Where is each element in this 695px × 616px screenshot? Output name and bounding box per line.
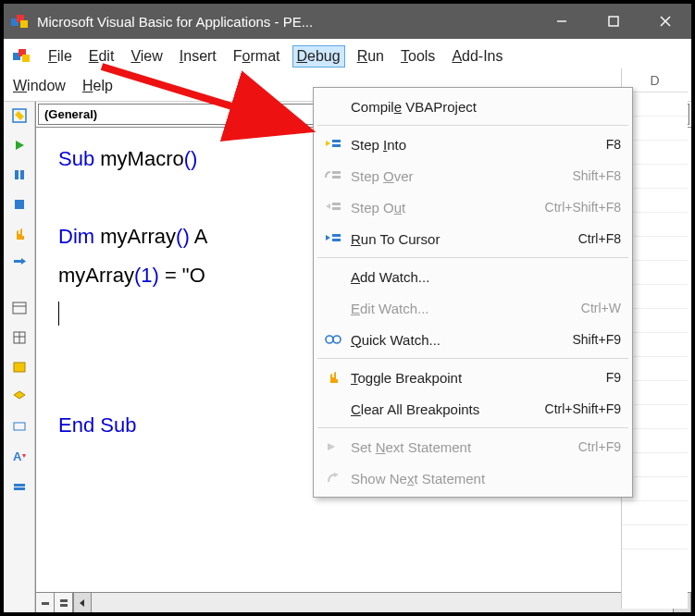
menu-show-next-statement: Show Next Statement: [314, 462, 632, 494]
stop-icon[interactable]: [9, 194, 30, 215]
bookmark-icon[interactable]: [9, 475, 30, 496]
menu-item-label: Toggle Breakpoint: [345, 370, 606, 386]
svg-rect-2: [20, 20, 28, 28]
project-explorer-icon[interactable]: [9, 298, 30, 318]
svg-rect-31: [60, 604, 68, 607]
menu-item-label: Run To Cursor: [345, 231, 578, 247]
shortcut: Shift+F8: [572, 168, 621, 183]
code-paren: (): [176, 225, 190, 248]
font-icon[interactable]: A: [9, 446, 30, 466]
horizontal-scrollbar[interactable]: [36, 592, 691, 612]
menu-window[interactable]: Window: [9, 76, 69, 96]
svg-marker-41: [326, 203, 330, 209]
svg-rect-37: [332, 171, 341, 174]
menu-step-into[interactable]: Step Into F8: [314, 129, 632, 160]
menu-insert[interactable]: Insert: [176, 46, 220, 67]
design-mode-icon[interactable]: [9, 105, 30, 126]
chevron-down-icon[interactable]: [672, 105, 689, 124]
code-text: myArray: [58, 264, 134, 287]
menu-step-out: Step Out Ctrl+Shift+F8: [314, 191, 632, 223]
full-module-view-icon[interactable]: [55, 593, 73, 612]
code-text: myArray: [94, 225, 176, 248]
menu-item-label: Compile VBAProject: [345, 99, 621, 115]
menu-addins[interactable]: Add-Ins: [448, 46, 506, 67]
menu-item-label: Step Into: [345, 137, 606, 153]
menu-item-label: Set Next Statement: [345, 439, 578, 455]
menu-run-to-cursor[interactable]: Run To Cursor Ctrl+F8: [314, 223, 632, 254]
menu-debug[interactable]: Debug: [293, 46, 344, 67]
window-title: Microsoft Visual Basic for Applications …: [37, 14, 536, 30]
shortcut: Shift+F9: [572, 332, 621, 347]
svg-marker-36: [326, 141, 330, 146]
menu-clear-breakpoints[interactable]: Clear All Breakpoints Ctrl+Shift+F9: [314, 393, 632, 425]
excel-icon[interactable]: [9, 45, 35, 68]
menu-file[interactable]: File: [44, 46, 76, 67]
menu-tools[interactable]: Tools: [397, 46, 439, 67]
shortcut: Ctrl+F8: [578, 231, 621, 246]
svg-rect-14: [15, 200, 24, 209]
svg-marker-28: [677, 113, 685, 117]
run-to-cursor-icon: [321, 231, 345, 246]
left-toolbar: A: [4, 102, 35, 612]
menu-add-watch[interactable]: Add Watch...: [314, 261, 632, 292]
scroll-left-icon[interactable]: [73, 593, 92, 612]
show-next-icon: [321, 472, 345, 485]
menu-item-label: Quick Watch...: [345, 332, 572, 348]
close-button[interactable]: [639, 4, 691, 39]
svg-point-45: [326, 336, 333, 343]
glasses-icon: [321, 334, 345, 345]
svg-rect-17: [13, 302, 26, 314]
text-caret: [58, 302, 59, 326]
menu-toggle-breakpoint[interactable]: Toggle Breakpoint F9: [314, 362, 632, 393]
object-browser-icon[interactable]: [9, 357, 30, 377]
svg-point-46: [333, 336, 341, 343]
toolbox-icon[interactable]: [9, 387, 30, 407]
menu-compile[interactable]: Compile VBAProject: [314, 91, 632, 122]
watch-icon[interactable]: [9, 416, 30, 437]
menu-quick-watch[interactable]: Quick Watch... Shift+F9: [314, 324, 632, 355]
maximize-button[interactable]: [588, 4, 639, 39]
titlebar: Microsoft Visual Basic for Applications …: [4, 4, 691, 39]
menu-help[interactable]: Help: [79, 76, 117, 96]
menu-format[interactable]: Format: [230, 46, 284, 67]
svg-rect-30: [60, 599, 68, 602]
shortcut: Ctrl+Shift+F8: [545, 200, 621, 215]
svg-marker-25: [22, 454, 26, 458]
shortcut: Ctrl+Shift+F9: [545, 401, 621, 416]
menu-item-label: Step Out: [345, 200, 545, 216]
code-text: A: [190, 225, 208, 248]
svg-rect-13: [20, 170, 24, 179]
step-icon[interactable]: [9, 253, 30, 274]
svg-rect-9: [22, 55, 30, 62]
menu-item-label: Clear All Breakpoints: [345, 401, 545, 417]
properties-icon[interactable]: [9, 327, 30, 348]
run-icon[interactable]: [9, 135, 30, 155]
menu-separator: [317, 427, 628, 428]
hand-icon[interactable]: [9, 224, 30, 244]
set-next-icon: [321, 440, 345, 453]
menu-view[interactable]: View: [127, 46, 166, 67]
menu-run[interactable]: Run: [354, 46, 388, 67]
svg-marker-48: [328, 443, 335, 450]
code-paren: (1): [134, 264, 159, 287]
menu-step-over: Step Over Shift+F8: [314, 160, 632, 191]
svg-rect-40: [332, 207, 341, 210]
shortcut: Ctrl+F9: [578, 439, 621, 454]
svg-text:A: A: [13, 450, 22, 463]
procedure-view-icon[interactable]: [36, 593, 55, 612]
menu-separator: [317, 125, 628, 126]
pause-icon[interactable]: [9, 165, 30, 185]
svg-rect-42: [332, 234, 341, 237]
svg-marker-32: [80, 599, 84, 607]
code-keyword: Sub: [58, 147, 94, 170]
svg-rect-27: [14, 487, 25, 490]
scroll-track[interactable]: [92, 593, 673, 612]
object-dropdown-value: (General): [44, 107, 97, 121]
menu-edit[interactable]: Edit: [85, 46, 118, 67]
scroll-right-icon[interactable]: [673, 593, 691, 612]
minimize-button[interactable]: [536, 4, 588, 39]
svg-rect-26: [14, 484, 25, 487]
menu-separator: [317, 257, 628, 258]
svg-rect-29: [42, 602, 49, 605]
svg-marker-33: [680, 599, 685, 607]
